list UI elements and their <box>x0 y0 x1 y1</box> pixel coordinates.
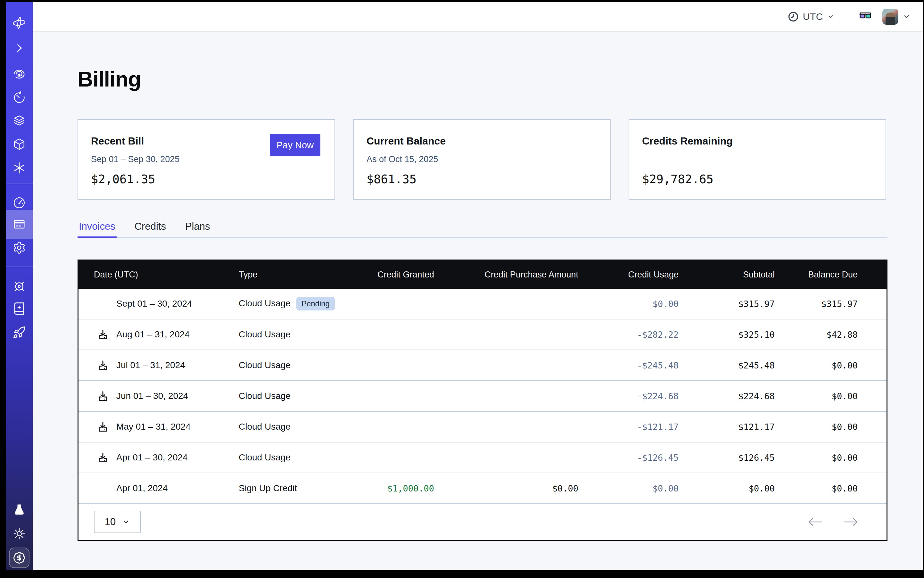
credit-usage-value: -$121.17 <box>578 422 679 432</box>
invoices-table: Date (UTC) Type Credit Granted Credit Pu… <box>78 260 887 541</box>
observe-spiral-icon[interactable] <box>6 64 32 84</box>
history-timer-icon[interactable] <box>6 87 32 108</box>
balance-due-value: $0.00 <box>775 391 887 401</box>
asterisk-icon[interactable] <box>6 157 32 178</box>
balance-due-value: $0.00 <box>775 484 887 494</box>
balance-due-value: $0.00 <box>775 422 887 432</box>
table-row: Jun 01 – 30, 2024Cloud Usage-$224.68$224… <box>78 381 887 412</box>
glasses-icon[interactable] <box>858 9 873 24</box>
package-cube-icon[interactable] <box>6 134 32 154</box>
clock-icon <box>788 11 799 22</box>
getting-started-rocket-icon[interactable] <box>6 322 32 343</box>
tab-credits[interactable]: Credits <box>133 217 167 238</box>
credit-usage-value: -$224.68 <box>578 391 679 401</box>
credit-usage-value: -$126.45 <box>578 453 679 463</box>
invoice-type: Cloud Usage <box>239 360 291 370</box>
invoice-type: Cloud Usage <box>239 330 291 339</box>
credits-remaining-card: Credits Remaining $29,782.65 <box>628 119 886 200</box>
layers-icon[interactable] <box>6 110 32 131</box>
card-subtitle: Sep 01 – Sep 30, 2025 <box>91 154 179 164</box>
balance-due-value: $0.00 <box>775 453 887 463</box>
column-header-balance-due: Balance Due <box>775 270 887 280</box>
pay-now-button[interactable]: Pay Now <box>270 134 320 156</box>
tab-invoices[interactable]: Invoices <box>78 217 117 238</box>
theme-sun-icon[interactable] <box>6 524 32 544</box>
subtotal-value: $245.48 <box>679 360 775 370</box>
page-size-value: 10 <box>105 516 116 528</box>
invoice-type: Cloud Usage <box>239 391 291 401</box>
settings-gear-icon[interactable] <box>6 237 32 258</box>
page-size-select[interactable]: 10 <box>94 511 141 533</box>
sidebar-divider <box>6 183 32 184</box>
labs-flask-icon[interactable] <box>6 500 32 520</box>
invoice-type: Cloud Usage <box>239 452 291 462</box>
credit-purchase-amount-value: $0.00 <box>434 484 578 494</box>
invoice-date: Sept 01 – 30, 2024 <box>116 299 192 309</box>
download-invoice-icon[interactable] <box>97 421 109 432</box>
column-header-subtotal: Subtotal <box>679 270 775 280</box>
table-header: Date (UTC) Type Credit Granted Credit Pu… <box>78 260 887 289</box>
column-header-credit-purchase: Credit Purchase Amount <box>434 270 578 280</box>
invoice-rows: Sept 01 – 30, 2024Cloud UsagePending$0.0… <box>78 289 887 504</box>
table-row: Apr 01 – 30, 2024Cloud Usage-$126.45$126… <box>78 442 887 473</box>
expand-sidebar-chevron-icon[interactable] <box>6 38 32 58</box>
invoice-type: Cloud Usage <box>239 298 291 308</box>
card-title: Credits Remaining <box>642 135 733 147</box>
invoice-date: May 01 – 31, 2024 <box>116 422 191 432</box>
app-window: UTC Billing Recent Bill Sep 01 – Sep 30,… <box>6 2 923 570</box>
download-invoice-icon[interactable] <box>97 390 109 402</box>
tab-plans[interactable]: Plans <box>184 217 211 238</box>
sidebar-divider <box>6 266 32 267</box>
card-subtitle: As of Oct 15, 2025 <box>367 154 438 164</box>
usage-gauge-icon[interactable] <box>6 193 32 213</box>
table-row: Sept 01 – 30, 2024Cloud UsagePending$0.0… <box>78 289 887 320</box>
subtotal-value: $126.45 <box>679 453 775 463</box>
invoice-date: Jul 01 – 31, 2024 <box>116 360 185 370</box>
pagination-bar: 10 <box>78 504 887 540</box>
chevron-down-icon <box>122 518 130 526</box>
invoice-type: Cloud Usage <box>239 422 291 432</box>
card-title: Recent Bill <box>91 135 144 147</box>
invoice-type: Sign Up Credit <box>239 483 297 493</box>
timezone-selector[interactable]: UTC <box>788 11 834 22</box>
credit-usage-value: -$282.22 <box>578 330 679 339</box>
invoice-date: Apr 01, 2024 <box>116 483 167 494</box>
invoice-date: Jun 01 – 30, 2024 <box>116 391 188 401</box>
table-row: May 01 – 31, 2024Cloud Usage-$121.17$121… <box>78 412 887 442</box>
status-badge: Pending <box>296 297 335 310</box>
card-amount: $861.35 <box>367 172 416 186</box>
subtotal-value: $224.68 <box>679 391 775 401</box>
recent-bill-card: Recent Bill Sep 01 – Sep 30, 2025 $2,061… <box>78 119 335 200</box>
current-balance-card: Current Balance As of Oct 15, 2025 $861.… <box>353 119 611 200</box>
column-header-date: Date (UTC) <box>78 270 239 280</box>
previous-page-arrow-icon[interactable] <box>807 517 824 527</box>
chevron-down-icon <box>827 13 834 20</box>
credit-granted-value: $1,000.00 <box>354 484 434 494</box>
column-header-credit-granted: Credit Granted <box>354 270 434 280</box>
column-header-type: Type <box>239 270 354 280</box>
invoice-date: Aug 01 – 31, 2024 <box>116 330 190 339</box>
table-row: Apr 01, 2024Sign Up Credit$1,000.00$0.00… <box>78 473 887 504</box>
user-avatar[interactable] <box>882 9 898 25</box>
table-row: Aug 01 – 31, 2024Cloud Usage-$282.22$325… <box>78 320 887 350</box>
next-page-arrow-icon[interactable] <box>842 517 859 527</box>
download-invoice-icon[interactable] <box>97 452 109 463</box>
credits-dollar-badge-button[interactable] <box>9 547 29 568</box>
credit-usage-value: $0.00 <box>578 299 679 309</box>
download-invoice-icon[interactable] <box>97 329 109 340</box>
subtotal-value: $325.10 <box>679 330 775 339</box>
column-header-credit-usage: Credit Usage <box>578 270 679 280</box>
balance-due-value: $42.88 <box>775 330 887 339</box>
download-invoice-icon[interactable] <box>97 359 109 371</box>
app-logo[interactable] <box>6 13 32 33</box>
card-amount: $29,782.65 <box>642 172 713 186</box>
docs-book-icon[interactable] <box>6 298 32 319</box>
table-row: Jul 01 – 31, 2024Cloud Usage-$245.48$245… <box>78 350 887 381</box>
balance-due-value: $315.97 <box>775 299 887 309</box>
billing-card-icon[interactable] <box>6 214 32 235</box>
support-helm-icon[interactable] <box>6 276 32 297</box>
invoice-date: Apr 01 – 30, 2024 <box>116 452 188 463</box>
subtotal-value: $121.17 <box>679 422 775 432</box>
chevron-down-icon[interactable] <box>903 13 911 21</box>
timezone-label: UTC <box>803 11 823 22</box>
